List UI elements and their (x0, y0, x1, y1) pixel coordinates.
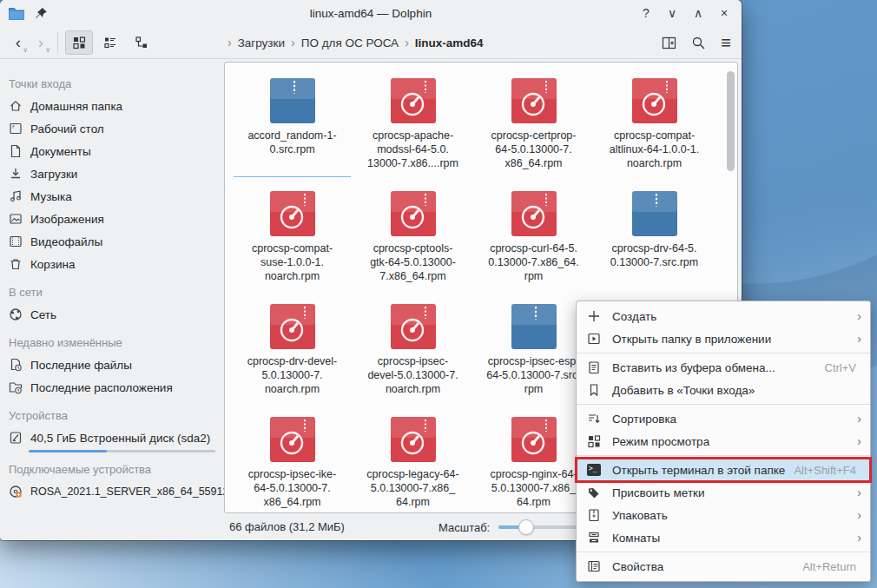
menu-hamburger-icon[interactable]: ≡ (721, 34, 731, 51)
plus-icon (587, 309, 601, 323)
file-name: cprocsp-legacy-64- 5.0.13000-7.x86_ 64.r… (353, 467, 473, 509)
context-menu: Создать › Открыть папку в приложении › В… (576, 301, 871, 582)
close-button[interactable]: × (717, 7, 731, 19)
sidebar-item-internal-disk[interactable]: 40,5 ГиБ Встроенный диск (sda2) (0, 426, 224, 449)
submenu-arrow-icon: › (857, 434, 861, 448)
file-item[interactable]: cprocsp-cptools- gtk-64-5.0.13000- 7.x86… (353, 188, 473, 301)
breadcrumb-segment-downloads[interactable]: Загрузки (238, 36, 285, 50)
sidebar-item-label: Загрузки (30, 168, 77, 181)
menu-item-properties[interactable]: Свойства Alt+Return (577, 555, 870, 578)
menu-item-assign-tags[interactable]: Присвоить метки › (577, 481, 870, 504)
video-icon (9, 235, 23, 248)
sidebar-item-rosa-media[interactable]: ROSA_2021.1_SERVER_x86_64_55912 (0, 480, 224, 503)
network-icon (9, 307, 23, 321)
optical-disc-icon (9, 485, 23, 499)
sidebar-item-home[interactable]: Домашняя папка (0, 95, 224, 117)
tree-view-icon (135, 36, 148, 50)
terminal-icon: >_ (587, 464, 601, 476)
rpm-file-icon (511, 78, 557, 123)
scrollbar-thumb[interactable] (727, 71, 735, 171)
sidebar-item-label: Последние расположения (30, 381, 173, 394)
titlebar[interactable]: linux-amd64 — Dolphin ? ∨ ∧ × (0, 0, 742, 26)
rpm-file-icon (270, 417, 315, 462)
forward-button[interactable]: ›∨ (30, 33, 52, 52)
file-item[interactable]: cprocsp-curl-64-5. 0.13000-7.x86_64. rpm (473, 188, 594, 301)
sidebar-item-videos[interactable]: Видеофайлы (0, 230, 224, 253)
search-icon[interactable] (691, 36, 706, 50)
details-view-button[interactable] (96, 30, 124, 55)
rpm-file-icon (632, 78, 677, 123)
menu-item-view-mode[interactable]: Режим просмотра › (577, 430, 870, 453)
file-count-summary: 66 файлов (31,2 МиБ) (229, 520, 345, 533)
sidebar-item-label: Документы (30, 145, 91, 158)
breadcrumb-segment-current[interactable]: linux-amd64 (415, 36, 484, 50)
open-in-app-icon (587, 332, 601, 346)
section-title-network: В сети (9, 286, 224, 299)
sidebar-item-music[interactable]: Музыка (0, 185, 224, 208)
sidebar-item-documents[interactable]: Документы (0, 140, 224, 162)
sidebar-item-label: Домашняя папка (30, 100, 122, 113)
breadcrumb-separator-icon: › (227, 36, 232, 50)
document-icon (9, 144, 23, 158)
file-item[interactable]: cprocsp-certprop- 64-5.0.13000-7. x86_64… (473, 75, 594, 188)
sidebar-item-label: Музыка (30, 190, 72, 203)
tag-icon (587, 486, 601, 499)
rpm-file-icon (391, 304, 436, 349)
help-button[interactable]: ? (639, 7, 653, 19)
file-item[interactable]: cprocsp-ipsec-ike- 64-5.0.13000-7. x86_6… (232, 413, 353, 526)
hard-disk-icon (9, 431, 23, 445)
disk-usage-bar (29, 450, 215, 453)
maximize-button[interactable]: ∧ (691, 7, 705, 19)
file-item[interactable]: cprocsp-apache- modssl-64-5.0. 13000-7.x… (353, 75, 473, 188)
icons-view-icon (72, 36, 86, 50)
menu-item-open-folder-in-app[interactable]: Открыть папку в приложении › (577, 327, 870, 350)
file-item[interactable]: cprocsp-drv-devel- 5.0.13000-7. noarch.r… (232, 301, 353, 413)
disk-usage-fill (29, 450, 107, 453)
sidebar-item-recent-files[interactable]: Последние файлы (0, 353, 224, 376)
breadcrumb-separator-icon: › (291, 36, 295, 50)
menu-item-paste[interactable]: Вставить из буфера обмена... Ctrl+V (577, 356, 870, 379)
file-item[interactable]: cprocsp-drv-64-5. 0.13000-7.src.rpm (594, 188, 715, 301)
back-button[interactable]: ‹∨ (7, 33, 30, 52)
image-icon (9, 212, 23, 226)
minimize-button[interactable]: ∨ (665, 7, 679, 19)
breadcrumb-segment-po-rosa[interactable]: ПО для ОС РОСА (301, 36, 399, 50)
menu-item-open-terminal[interactable]: >_ Открыть терминал в этой папке Alt+Shi… (577, 459, 870, 481)
trash-icon (9, 257, 23, 271)
file-name: cprocsp-ipsec- devel-5.0.13000-7. noarch… (353, 354, 473, 396)
submenu-arrow-icon: › (857, 332, 861, 346)
file-item[interactable]: cprocsp-compat- altlinux-64-1.0.0-1. noa… (594, 75, 715, 188)
music-icon (9, 189, 23, 203)
sidebar-item-label: Видеофайлы (30, 235, 102, 248)
sidebar-item-pictures[interactable]: Изображения (0, 208, 224, 230)
file-item[interactable]: accord_random-1- 0.src.rpm (232, 75, 353, 188)
sidebar-item-label: Сеть (30, 308, 56, 321)
file-name: cprocsp-curl-64-5. 0.13000-7.x86_64. rpm (473, 241, 594, 283)
file-item[interactable]: cprocsp-legacy-64- 5.0.13000-7.x86_ 64.r… (353, 413, 473, 526)
sidebar-item-recent-locations[interactable]: Последние расположения (0, 376, 224, 399)
menu-item-compress[interactable]: Упаковать › (577, 504, 870, 526)
split-view-icon[interactable] (662, 36, 676, 50)
sidebar-item-label: Изображения (30, 213, 104, 226)
tree-view-button[interactable] (128, 30, 155, 55)
file-name: cprocsp-compat- suse-1.0.0-1. noarch.rpm (232, 241, 353, 283)
download-icon (9, 167, 23, 181)
file-name: cprocsp-compat- altlinux-64-1.0.0-1. noa… (594, 129, 715, 170)
file-name: cprocsp-ipsec-ike- 64-5.0.13000-7. x86_6… (232, 467, 353, 509)
menu-item-create[interactable]: Создать › (577, 305, 870, 327)
file-item[interactable]: cprocsp-ipsec- devel-5.0.13000-7. noarch… (353, 301, 473, 413)
properties-icon (587, 559, 601, 573)
breadcrumb: › Загрузки › ПО для ОС РОСА › linux-amd6… (227, 26, 484, 59)
icons-view-button[interactable] (65, 30, 93, 55)
menu-item-sorting[interactable]: Сортировка › (577, 407, 870, 430)
file-item[interactable]: cprocsp-compat- suse-1.0.0-1. noarch.rpm (232, 188, 353, 301)
sidebar-item-trash[interactable]: Корзина (0, 253, 224, 275)
sidebar-item-downloads[interactable]: Загрузки (0, 162, 224, 185)
sidebar-item-desktop[interactable]: Рабочий стол (0, 117, 224, 140)
zoom-slider-handle[interactable] (518, 519, 534, 535)
menu-item-rooms[interactable]: Комнаты › (577, 526, 870, 549)
sidebar-item-network[interactable]: Сеть (0, 303, 224, 326)
menu-item-add-to-places[interactable]: Добавить в «Точки входа» (577, 379, 870, 401)
section-title-removable: Подключаемые устройства (9, 463, 224, 476)
src-rpm-file-icon (270, 78, 315, 123)
